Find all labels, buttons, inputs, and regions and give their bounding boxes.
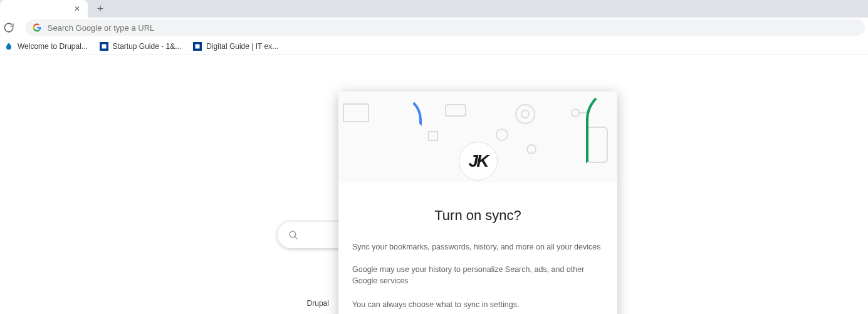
ionos-icon bbox=[99, 41, 109, 51]
toolbar bbox=[0, 18, 868, 38]
green-arc-decoration bbox=[586, 92, 617, 164]
avatar-initials: JK bbox=[469, 151, 488, 171]
close-icon[interactable]: ✕ bbox=[74, 5, 81, 13]
sync-dialog-title: Turn on sync? bbox=[352, 207, 604, 224]
sync-dialog-line3: You can always choose what to sync in se… bbox=[352, 299, 604, 310]
laptop-icon bbox=[342, 103, 386, 134]
svg-rect-1 bbox=[102, 44, 106, 48]
sync-dialog-line1: Sync your bookmarks, passwords, history,… bbox=[352, 241, 604, 253]
ionos-icon bbox=[192, 41, 202, 51]
omnibox-input[interactable] bbox=[48, 23, 857, 33]
svg-point-10 bbox=[521, 110, 529, 118]
bookmark-item-digitalguide[interactable]: Digital Guide | IT ex... bbox=[192, 41, 278, 51]
svg-line-5 bbox=[295, 236, 297, 239]
new-tab-button[interactable]: + bbox=[92, 0, 109, 18]
svg-point-15 bbox=[527, 145, 536, 154]
sync-dialog-body: Turn on sync? Sync your bookmarks, passw… bbox=[338, 182, 617, 314]
svg-rect-7 bbox=[343, 104, 369, 122]
svg-point-14 bbox=[496, 129, 508, 140]
google-g-icon bbox=[33, 23, 41, 32]
blue-arc-decoration bbox=[394, 95, 422, 126]
puzzle-icon bbox=[426, 129, 440, 143]
bookmark-item-startup[interactable]: Startup Guide - 1&... bbox=[99, 41, 181, 51]
chrome-icon bbox=[514, 103, 536, 125]
active-tab[interactable]: ✕ bbox=[0, 0, 88, 18]
svg-rect-8 bbox=[446, 105, 466, 116]
reload-icon bbox=[3, 22, 14, 33]
sync-dialog: JK Turn on sync? Sync your bookmarks, pa… bbox=[338, 92, 617, 314]
ticket-icon bbox=[445, 104, 466, 117]
omnibox[interactable] bbox=[25, 19, 865, 36]
sync-dialog-line2: Google may use your history to personali… bbox=[352, 264, 604, 286]
svg-point-11 bbox=[572, 109, 579, 117]
avatar: JK bbox=[459, 142, 498, 181]
bookmarks-bar: Welcome to Drupal... Startup Guide - 1&.… bbox=[0, 38, 868, 55]
svg-rect-3 bbox=[196, 44, 200, 48]
search-icon bbox=[288, 229, 299, 241]
bookmark-item-drupal[interactable]: Welcome to Drupal... bbox=[4, 41, 88, 51]
bookmark-label: Digital Guide | IT ex... bbox=[206, 42, 278, 51]
shortcut-drupal[interactable]: Drupal bbox=[307, 299, 329, 308]
dollar-icon bbox=[495, 128, 509, 142]
sync-dialog-illustration: JK bbox=[338, 92, 617, 182]
reload-button[interactable] bbox=[3, 21, 15, 34]
content-area: Drupal Sign in Web Store Add shortcut JK… bbox=[0, 55, 868, 314]
bookmark-label: Welcome to Drupal... bbox=[18, 42, 88, 51]
bookmark-label: Startup Guide - 1&... bbox=[113, 42, 181, 51]
svg-point-9 bbox=[516, 105, 535, 123]
drupal-icon bbox=[4, 41, 14, 51]
tab-strip: ✕ + bbox=[0, 0, 868, 18]
gear-icon bbox=[525, 143, 538, 155]
